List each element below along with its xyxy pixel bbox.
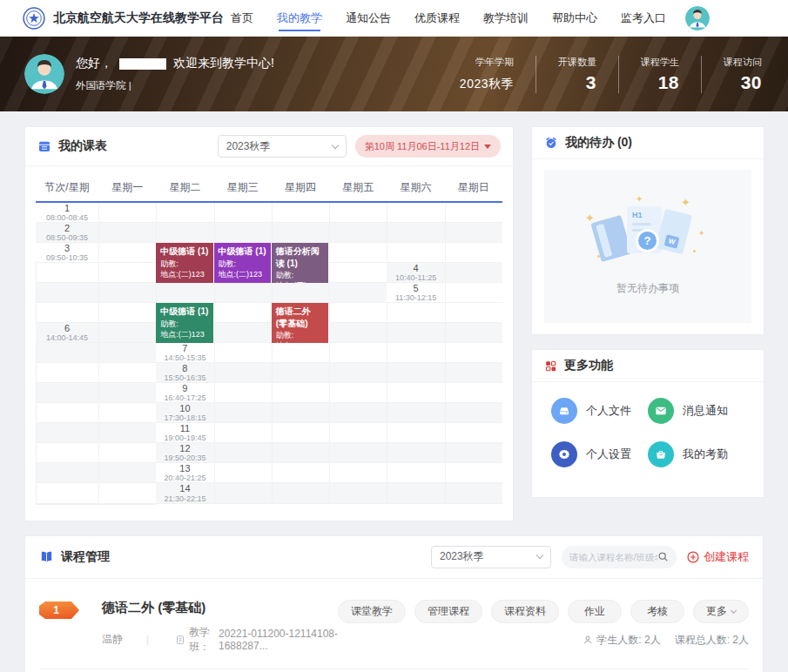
more-actions-button[interactable]: 更多: [693, 600, 749, 623]
timetable-cell: [36, 303, 98, 323]
timetable-cell: [445, 343, 502, 363]
class-code: 20221-011200-12114108-1688287...: [219, 628, 338, 652]
search-icon[interactable]: [657, 551, 669, 562]
more-functions-header: 更多功能: [532, 350, 764, 382]
stat-value: 30: [724, 72, 762, 93]
timetable-cell: [387, 363, 444, 383]
period-number: 13: [179, 463, 190, 474]
nav-item-proctor-entry[interactable]: 监考入口: [621, 0, 666, 37]
timetable-cell: [156, 203, 213, 223]
course-block-title: 德语分析阅读 (1): [276, 245, 324, 269]
day-header: 星期一: [98, 173, 156, 203]
period-cell: 108:00-08:45: [36, 203, 98, 223]
period-cell: 309:50-10:35: [36, 243, 98, 263]
course-search: [562, 546, 677, 568]
action-button[interactable]: 课堂教学: [338, 600, 406, 623]
timetable-cell: [329, 343, 387, 363]
right-column: 我的待办 (0) ✦ ✦ ✦ ✦ H1: [531, 126, 764, 498]
timetable-cell: [387, 243, 444, 263]
period-number: 14: [179, 483, 190, 494]
timetable-cell: [36, 443, 98, 463]
period-time: 21:30-22:15: [164, 494, 205, 503]
timetable-cell: [272, 383, 329, 403]
more-item-message-notifications[interactable]: 消息通知: [648, 398, 744, 424]
timetable-cell: [98, 243, 156, 263]
timetable-cell: [445, 483, 502, 504]
course-block[interactable]: 德语二外 (零基础)助教:地点:8208: [272, 303, 328, 343]
timetable-cell: [36, 463, 98, 483]
more-item-personal-files[interactable]: 个人文件: [551, 398, 648, 424]
course-search-input[interactable]: [569, 552, 657, 562]
nav-item-home[interactable]: 首页: [231, 0, 253, 37]
gear-icon: [551, 441, 577, 467]
attendance-icon: [648, 441, 674, 467]
timetable-cell: [36, 403, 98, 423]
period-number: 7: [182, 343, 187, 354]
period-cell: 410:40-11:25: [387, 263, 444, 283]
period-time: 20:40-21:25: [164, 474, 205, 482]
timetable-cell: [98, 203, 156, 223]
stat-value: 18: [641, 72, 679, 93]
timetable-cell: [329, 423, 387, 443]
timetable-cell: [98, 363, 156, 383]
course-block[interactable]: 中级德语 (1)助教:地点:(二)123: [156, 303, 212, 343]
stat-opened-courses: 开课数量3: [535, 56, 618, 93]
welcome-banner: 您好，欢迎来到教学中心! 外国语学院 | 学年学期2023秋季开课数量3课程学生…: [0, 37, 788, 111]
timetable-semester-select[interactable]: 2023秋季: [218, 135, 347, 158]
period-number: 1: [64, 203, 70, 214]
period-time: 09:50-10:35: [46, 253, 88, 262]
chevron-down-icon: [331, 141, 338, 148]
timetable-cell: [214, 423, 272, 443]
timetable-cell: [272, 223, 329, 243]
total-count-label: 课程总人数: 2人: [675, 633, 749, 648]
period-day-corner-header: 节次/星期: [36, 173, 98, 203]
course-semester-select[interactable]: 2023秋季: [431, 546, 551, 568]
timetable-cell: [98, 504, 156, 505]
nav-item-announcements[interactable]: 通知公告: [346, 0, 391, 37]
timetable-body: 节次/星期星期一星期二星期三星期四星期五星期六星期日108:00-08:4520…: [25, 166, 513, 521]
action-button[interactable]: 管理课程: [414, 600, 482, 623]
course-row: 2德语分析阅读 (1)温静|教学班：2023-2024-1-B3I122530-…: [39, 669, 749, 672]
page: 北京航空航天大学在线教学平台 首页我的教学通知公告优质课程教学培训帮助中心监考入…: [0, 0, 788, 672]
timetable-cell: [445, 383, 502, 403]
user-avatar[interactable]: [685, 6, 710, 30]
action-buttons: 课堂教学管理课程课程资料作业考核更多: [338, 600, 749, 623]
create-course-button[interactable]: 创建课程: [687, 549, 749, 565]
timetable-cell: [329, 223, 387, 243]
nav-item-quality-courses[interactable]: 优质课程: [414, 0, 460, 37]
timetable-cell: [272, 283, 329, 303]
course-block-ta: 助教:: [276, 330, 324, 340]
week-label: 第10周 11月06日-11月12日: [365, 140, 480, 153]
nav-item-help-center[interactable]: 帮助中心: [552, 0, 597, 37]
course-block[interactable]: 德语分析阅读 (1)助教:地点:(三)209: [272, 243, 328, 283]
stat-label: 学年学期: [460, 56, 514, 69]
timetable-cell: [98, 483, 156, 504]
period-number: 4: [414, 263, 419, 274]
course-management-title: 课程管理: [61, 549, 110, 565]
course-block[interactable]: 中级德语 (1)助教:地点:(二)123: [214, 243, 271, 283]
calendar-icon: [37, 139, 51, 153]
nav-item-my-teaching[interactable]: 我的教学: [277, 0, 322, 37]
day-header: 星期二: [156, 173, 213, 203]
action-button[interactable]: 作业: [568, 600, 622, 623]
timetable-cell: [329, 483, 387, 504]
week-selector[interactable]: 第10周 11月06日-11月12日: [355, 135, 501, 158]
greeting-line: 您好，欢迎来到教学中心!: [76, 56, 274, 71]
action-button[interactable]: 考核: [630, 600, 684, 623]
course-actions: 课堂教学管理课程课程资料作业考核更多学生人数: 2人课程总人数: 2人: [338, 600, 749, 648]
timetable-cell: [36, 263, 98, 283]
action-button[interactable]: 课程资料: [491, 600, 559, 623]
period-time: 08:00-08:45: [46, 213, 88, 222]
more-item-my-attendance[interactable]: 我的考勤: [648, 441, 744, 467]
more-item-personal-settings[interactable]: 个人设置: [551, 441, 648, 467]
more-functions-panel: 更多功能 个人文件消息通知个人设置我的考勤: [531, 349, 764, 498]
more-item-label: 个人文件: [586, 403, 631, 419]
sparkle-icon: ✦: [636, 194, 643, 204]
course-block[interactable]: 中级德语 (1)助教:地点:(二)123: [156, 243, 212, 283]
timetable-cell: [445, 303, 502, 323]
period-cell: 511:30-12:15: [387, 283, 444, 303]
nav-item-teaching-training[interactable]: 教学培训: [483, 0, 529, 37]
course-name[interactable]: 德语二外 (零基础): [102, 600, 338, 616]
timetable-cell: [272, 463, 329, 483]
timetable-cell: [387, 383, 444, 403]
